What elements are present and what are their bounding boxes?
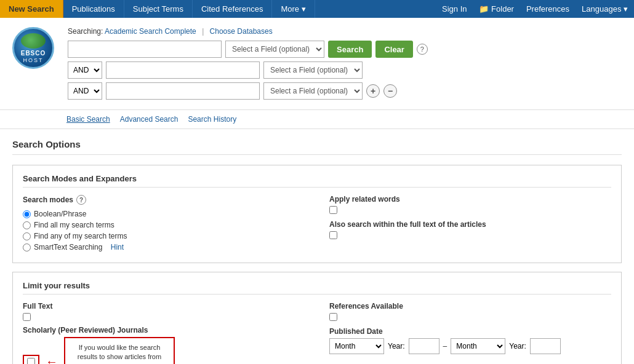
full-text-label: Full Text [23,302,305,311]
modes-panel-title: Search Modes and Expanders [23,174,611,188]
radio-find-all: Find all my search terms [23,221,305,229]
end-month-select[interactable]: Month January February March April May J… [451,338,505,354]
also-search-checkbox[interactable] [329,231,337,239]
refs-available-label: References Available [329,302,611,311]
options-section-title: Search Options [12,139,622,155]
end-year-input[interactable] [530,338,561,354]
scholarly-checkbox-highlight [23,355,39,364]
radio-find-any: Find any of my search terms [23,232,305,240]
scholarly-label: Scholarly (Peer Reviewed) Journals [23,326,305,334]
logo-host-text: HOST [23,57,43,63]
published-date-label: Published Date [329,327,611,336]
refs-available-checkbox[interactable] [329,313,337,321]
apply-related-checkbox-row [329,206,611,214]
red-arrow-icon: ← [46,355,58,364]
limit-right-col: References Available Published Date Mont… [329,302,611,354]
nav-right: Sign In 📁 Folder Preferences Languages ▾ [436,0,634,18]
limit-panel: Limit your results Full Text Scholarly (… [12,272,622,364]
radio-find-all-input[interactable] [23,221,31,229]
main-container: EBSCO HOST Searching: Academic Search Co… [0,18,634,364]
apply-related-checkbox[interactable] [329,206,337,214]
bool-select-3[interactable]: AND OR NOT [68,82,102,100]
bool-select-2[interactable]: AND OR NOT [68,61,102,79]
ebsco-logo: EBSCO HOST [12,27,55,70]
searching-line: Searching: Academic Search Complete | Ch… [68,27,622,36]
start-month-select[interactable]: Month January February March April May J… [329,338,384,354]
nav-left: New Search Publications Subject Terms Ci… [0,0,315,18]
search-button[interactable]: Search [328,41,372,58]
modes-left-col: Search modes ? Boolean/Phrase Find all m… [23,195,305,254]
published-date-row: Month January February March April May J… [329,338,611,354]
field-select-2[interactable]: Select a Field (optional) [263,61,363,79]
nav-cited-references[interactable]: Cited References [193,0,272,18]
also-search-checkbox-row [329,231,611,239]
logo-circle: EBSCO HOST [12,27,54,69]
database-link[interactable]: Academic Search Complete [105,27,196,36]
limit-panel-title: Limit your results [23,281,611,295]
radio-find-any-input[interactable] [23,232,31,240]
logo-ebsco-text: EBSCO [21,50,46,57]
nav-sign-in[interactable]: Sign In [436,0,473,18]
modes-right-col: Apply related words Also search within t… [329,195,611,254]
modes-two-col: Search modes ? Boolean/Phrase Find all m… [23,195,611,254]
field-select-1[interactable]: Select a Field (optional) [225,41,324,58]
radio-smarttext-input[interactable] [23,243,31,251]
apply-related-label: Apply related words [329,195,611,204]
clear-button[interactable]: Clear [375,41,413,58]
full-text-checkbox-row [23,313,305,321]
start-year-input[interactable] [409,338,439,354]
search-row-3: AND OR NOT Select a Field (optional) + − [68,82,622,100]
nav-new-search[interactable]: New Search [0,0,63,18]
advanced-search-link[interactable]: Advanced Search [120,115,179,124]
search-row-2: AND OR NOT Select a Field (optional) [68,61,622,79]
search-row-1: Select a Field (optional) Search Clear ? [68,41,622,58]
limit-left-col: Full Text Scholarly (Peer Reviewed) Jour… [23,302,305,364]
add-row-button[interactable]: + [366,84,380,98]
top-navigation: New Search Publications Subject Terms Ci… [0,0,634,18]
nav-folder[interactable]: 📁 Folder [473,0,520,18]
search-input-1[interactable] [68,41,222,58]
nav-more[interactable]: More ▾ [272,0,315,18]
remove-row-button[interactable]: − [383,84,397,98]
search-mode-links: Basic Search Advanced Search Search Hist… [0,110,634,129]
limit-two-col: Full Text Scholarly (Peer Reviewed) Jour… [23,302,611,364]
search-input-2[interactable] [106,61,260,79]
scholarly-tooltip: If you would like the search results to … [64,337,175,364]
radio-boolean: Boolean/Phrase [23,210,305,218]
help-icon[interactable]: ? [417,44,428,55]
radio-smarttext: SmartText Searching Hint [23,243,305,251]
also-search-label: Also search within the full text of the … [329,220,611,229]
radio-boolean-input[interactable] [23,210,31,218]
nav-preferences[interactable]: Preferences [520,0,576,18]
modes-expanders-panel: Search Modes and Expanders Search modes … [12,165,622,263]
separator: | [202,27,204,36]
scholarly-checkbox[interactable] [27,358,35,364]
search-options-section: Search Options Search Modes and Expander… [0,129,634,364]
logo-globe [21,33,46,49]
search-header: EBSCO HOST Searching: Academic Search Co… [0,18,634,110]
year-label-end: Year: [509,342,526,350]
nav-publications[interactable]: Publications [63,0,124,18]
choose-databases-link[interactable]: Choose Databases [210,27,273,36]
hint-link[interactable]: Hint [111,243,124,251]
modes-help-icon[interactable]: ? [76,195,86,205]
field-select-3[interactable]: Select a Field (optional) [263,82,363,100]
basic-search-link[interactable]: Basic Search [66,115,110,124]
refs-available-checkbox-row [329,313,611,321]
search-history-link[interactable]: Search History [188,115,236,124]
search-area: Searching: Academic Search Complete | Ch… [68,27,622,103]
search-input-3[interactable] [106,82,260,100]
full-text-checkbox[interactable] [23,313,31,321]
search-modes-label: Search modes ? [23,195,305,205]
year-label-start: Year: [388,342,405,350]
nav-subject-terms[interactable]: Subject Terms [124,0,193,18]
date-separator: – [443,342,447,350]
nav-languages[interactable]: Languages ▾ [576,0,634,18]
